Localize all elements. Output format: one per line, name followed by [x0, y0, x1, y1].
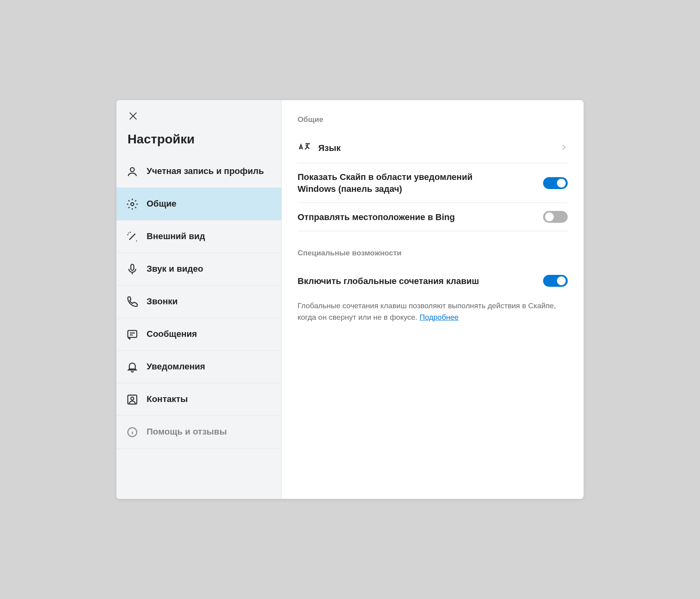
- sidebar-item-label: Внешний вид: [147, 231, 205, 242]
- settings-title: Настройки: [116, 128, 281, 155]
- contact-icon: [126, 393, 139, 406]
- sidebar-item-contacts[interactable]: Контакты: [116, 383, 281, 416]
- close-button[interactable]: [116, 100, 281, 128]
- toggle-knob: [557, 276, 566, 285]
- sidebar-item-general[interactable]: Общие: [116, 188, 281, 220]
- language-icon: [298, 141, 311, 155]
- section-general-header: Общие: [298, 115, 568, 124]
- language-label: Язык: [318, 142, 341, 154]
- sidebar-item-appearance[interactable]: Внешний вид: [116, 220, 281, 253]
- sidebar: Настройки Учетная запись и профиль Общие…: [116, 100, 282, 499]
- bing-row: Отправлять место­положение в Bing: [298, 203, 568, 231]
- close-icon: [128, 111, 138, 121]
- svg-rect-2: [131, 264, 134, 270]
- sidebar-item-help[interactable]: Помощь и отзывы: [116, 416, 281, 448]
- gear-icon: [126, 198, 139, 211]
- sidebar-item-account[interactable]: Учетная запись и профиль: [116, 155, 281, 188]
- hotkeys-row: Включить глобальные сочетания клавиш: [298, 267, 568, 295]
- sidebar-item-label: Общие: [147, 198, 176, 210]
- bell-icon: [126, 361, 139, 373]
- sidebar-item-label: Звук и видео: [147, 263, 203, 275]
- info-icon: [126, 426, 139, 439]
- wand-icon: [126, 230, 139, 243]
- hotkeys-label: Включить глобальные сочетания клавиш: [298, 275, 479, 287]
- sidebar-item-label: Звонки: [147, 296, 178, 307]
- settings-window: Настройки Учетная запись и профиль Общие…: [116, 100, 584, 499]
- language-row[interactable]: Язык: [298, 133, 568, 163]
- sidebar-item-notifications[interactable]: Уведомления: [116, 351, 281, 383]
- sidebar-item-label: Уведомления: [147, 361, 205, 373]
- sidebar-item-label: Помощь и отзывы: [147, 426, 227, 438]
- svg-point-0: [130, 168, 134, 172]
- tray-row: Показать Скайп в области уведомлений Win…: [298, 163, 568, 203]
- phone-icon: [126, 296, 139, 308]
- sidebar-item-messages[interactable]: Сообщения: [116, 318, 281, 351]
- svg-rect-3: [128, 330, 137, 338]
- tray-label: Показать Скайп в области уведомлений Win…: [298, 171, 508, 195]
- main-panel: Общие Язык Показать Скайп в области увед…: [282, 100, 584, 499]
- section-accessibility-header: Специальные возможности: [298, 249, 568, 257]
- svg-point-5: [131, 397, 134, 400]
- sidebar-item-calls[interactable]: Звонки: [116, 286, 281, 318]
- hotkeys-toggle[interactable]: [543, 275, 568, 287]
- hotkeys-description: Глобальные сочетания клавиш позволяют вы…: [298, 295, 568, 323]
- chevron-right-icon: [560, 143, 568, 153]
- sidebar-item-label: Учетная запись и профиль: [147, 166, 264, 177]
- hotkeys-learn-more-link[interactable]: Подробнее: [420, 313, 459, 321]
- bing-toggle[interactable]: [543, 211, 568, 223]
- chat-icon: [126, 328, 139, 341]
- sidebar-item-label: Контакты: [147, 394, 188, 405]
- bing-label: Отправлять место­положение в Bing: [298, 211, 455, 223]
- toggle-knob: [557, 179, 566, 187]
- svg-point-1: [131, 203, 134, 206]
- toggle-knob: [545, 213, 554, 221]
- tray-toggle[interactable]: [543, 177, 568, 189]
- person-icon: [126, 165, 139, 178]
- sidebar-item-label: Сообщения: [147, 328, 197, 340]
- sidebar-item-audio-video[interactable]: Звук и видео: [116, 253, 281, 286]
- mic-icon: [126, 263, 139, 276]
